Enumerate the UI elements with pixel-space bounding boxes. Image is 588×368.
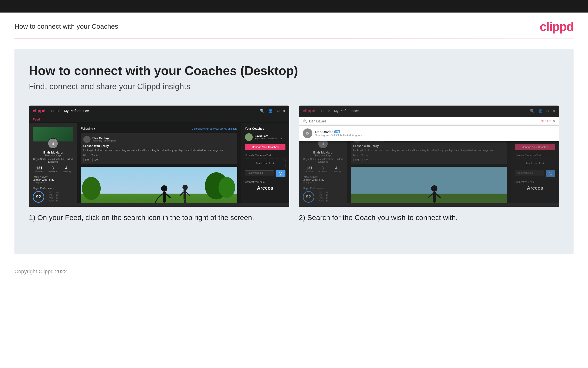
coaches-title-1: Your Coaches: [245, 127, 285, 130]
center-panel-1: Following ▾ Control who can see your act…: [77, 123, 241, 203]
result-club: Sunningdale Golf Club, United Kingdom: [315, 134, 362, 137]
stat-activities: 131 Activities: [35, 166, 44, 173]
feed-item: Blair McHarg Yesterday · Sunningdale Les…: [81, 133, 237, 164]
close-button[interactable]: ×: [553, 119, 555, 123]
profile-name-2: Blair McHarg: [303, 151, 343, 154]
svg-point-4: [219, 177, 235, 198]
main-subtitle: Find, connect and share your Clippd insi…: [29, 82, 559, 91]
lesson-title: Lesson with Fordy: [83, 144, 235, 148]
tag-ott: OTT: [83, 158, 91, 162]
feed-user-info: Blair McHarg Yesterday · Sunningdale: [92, 137, 116, 142]
profile-location-1: Royal North Devon Golf Club, United King…: [33, 158, 73, 163]
user-avatar-icon-2: ●: [553, 109, 555, 113]
stat-followers: 3 Followers: [48, 166, 57, 173]
bar-app: APP 85: [49, 194, 61, 196]
screenshot-1: clippd Home My Performance 🔍 👤 ⚙ ● Feed: [29, 106, 289, 223]
feed-avatar: [83, 136, 90, 143]
activity-date: 03 Aug 2022: [33, 181, 73, 184]
coach-item-1: David Ford Royal North Devon Golf Club: [245, 133, 285, 141]
nav-performance-1[interactable]: My Performance: [64, 109, 89, 113]
main-title: How to connect with your Coaches (Deskto…: [29, 63, 559, 78]
header: How to connect with your Coaches clippd: [0, 12, 588, 38]
connect-title-1: Connect your data: [245, 181, 285, 184]
coach-name-1: David Ford: [255, 135, 282, 137]
latest-activity-2: Latest Activity: [303, 176, 343, 178]
screenshot-2: clippd Home My Performance 🔍 👤 ⚙ ● Feed: [299, 106, 559, 223]
settings-icon[interactable]: ⚙: [276, 109, 280, 113]
nav-home-2: Home: [321, 109, 330, 113]
step-2-caption: 2) Search for the Coach you wish to conn…: [299, 212, 559, 223]
right-panel-1: Your Coaches David Ford Royal North Devo…: [241, 123, 289, 203]
search-text[interactable]: Dan Davies: [309, 119, 538, 123]
screenshots-row: clippd Home My Performance 🔍 👤 ⚙ ● Feed: [29, 106, 559, 223]
bar-putt: PUTT 96: [49, 200, 61, 202]
person-icon[interactable]: 👤: [268, 109, 273, 113]
profile-handicap-1: Plus Handicap: [33, 154, 73, 157]
page-title: How to connect with your Coaches: [14, 23, 118, 30]
connect-data-1: Connect your data Arccos: [245, 181, 285, 191]
activity-name-2: Lesson with Fordy: [303, 178, 343, 181]
feed-user-sub: Yesterday · Sunningdale: [92, 139, 116, 142]
trackman-input-row: Add Link: [245, 170, 285, 177]
search-icon-2: 🔍: [530, 109, 535, 113]
nav-icons-2: 🔍 👤 ⚙ ●: [530, 109, 555, 113]
player-perf-2: Player Performance 92 OTT90 APP85 ARG86 …: [303, 187, 343, 203]
left-panel-1: B Blair McHarg Plus Handicap Royal North…: [29, 123, 77, 203]
coach-club-1: Royal North Devon Golf Club: [255, 137, 282, 140]
arccos-logo-1: Arccos: [245, 185, 285, 191]
following-button[interactable]: Following ▾: [81, 127, 95, 130]
browser-nav-2: clippd Home My Performance 🔍 👤 ⚙ ●: [299, 106, 559, 116]
trackman-box-1: Trackman Link: [245, 159, 285, 168]
step-2-text: 2) Search for the Coach you wish to conn…: [299, 213, 458, 221]
latest-activity-label: Latest Activity: [33, 176, 73, 178]
svg-point-2: [82, 177, 101, 200]
main-content: How to connect with your Coaches (Deskto…: [14, 49, 574, 254]
profile-location-2: Royal North Devon Golf Club, United King…: [303, 158, 343, 163]
svg-point-5: [161, 185, 167, 192]
clippd-logo: clippd: [540, 19, 574, 34]
bar-arg: ARG 86: [49, 197, 61, 199]
svg-rect-19: [351, 194, 507, 203]
add-link-button-1[interactable]: Add Link: [276, 170, 285, 177]
following-row: Following ▾ Control who can see your act…: [81, 127, 237, 130]
result-info: Dan Davies Pro Sunningdale Golf Club, Un…: [315, 130, 362, 137]
score-circle-2: 92: [303, 191, 314, 203]
top-bar: [0, 0, 588, 12]
feed-user-name: Blair McHarg: [92, 137, 116, 139]
footer-text: Copyright Clippd 2022: [14, 268, 67, 275]
control-link[interactable]: Control who can see your activity and da…: [192, 128, 237, 130]
clear-button[interactable]: CLEAR: [541, 120, 551, 123]
feed-text: Looking to feel like my hands are exitin…: [83, 149, 235, 152]
nav-logo-2: clippd: [303, 109, 316, 113]
perf-bars-2: OTT90 APP85 ARG86 PUTT96: [319, 191, 331, 203]
activity-name: Lesson with Fordy: [33, 178, 73, 181]
search-overlay: 🔍 Dan Davies CLEAR × D Dan Davies Pro: [299, 117, 559, 141]
header-divider: [14, 38, 574, 39]
nav-home-1[interactable]: Home: [51, 109, 60, 113]
result-name: Dan Davies Pro: [315, 130, 362, 134]
feed-photo: [81, 167, 237, 203]
coach-avatar-1: [245, 133, 253, 141]
search-results: D Dan Davies Pro Sunningdale Golf Club, …: [299, 126, 559, 141]
browser-mock-2: clippd Home My Performance 🔍 👤 ⚙ ● Feed: [299, 106, 559, 207]
trackman-section-1: Upload a Trackman Test Trackman Link Add…: [245, 154, 285, 177]
feed-tab-1[interactable]: Feed: [29, 116, 289, 123]
browser-mock-1: clippd Home My Performance 🔍 👤 ⚙ ● Feed: [29, 106, 289, 207]
user-avatar-icon[interactable]: ●: [283, 109, 285, 113]
trackman-title-1: Upload a Trackman Test: [245, 154, 285, 157]
manage-coaches-button-1[interactable]: Manage Your Coaches: [245, 144, 285, 150]
activity-date-2: 03 Aug 2022: [303, 181, 343, 184]
search-result-item[interactable]: D Dan Davies Pro Sunningdale Golf Club, …: [299, 126, 559, 141]
pro-badge: Pro: [334, 130, 340, 133]
svg-rect-13: [184, 190, 186, 199]
nav-icons-1: 🔍 👤 ⚙ ●: [260, 109, 285, 113]
svg-rect-21: [432, 192, 436, 202]
mock-content-1: B Blair McHarg Plus Handicap Royal North…: [29, 123, 289, 203]
search-icon[interactable]: 🔍: [260, 109, 265, 113]
feed-duration: 01 hr : 30 min: [83, 154, 235, 157]
person-icon-2: 👤: [538, 109, 543, 113]
trackman-input-1[interactable]: [245, 170, 274, 175]
settings-icon-2: ⚙: [546, 109, 550, 113]
step-1-text: 1) On your Feed, click on the search ico…: [29, 213, 254, 221]
nav-performance-2: My Performance: [334, 109, 359, 113]
